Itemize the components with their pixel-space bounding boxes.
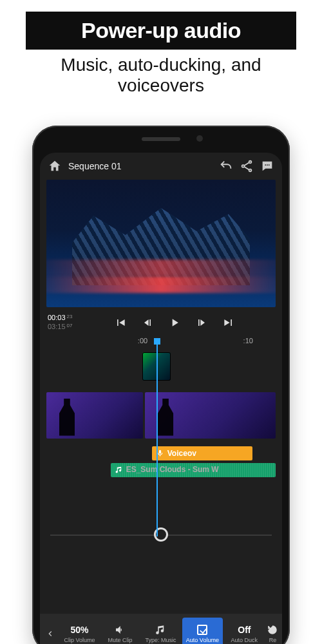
- svg-point-0: [249, 161, 252, 164]
- promo-title: Power-up audio: [26, 12, 296, 50]
- video-track[interactable]: [46, 392, 276, 440]
- video-clip[interactable]: [46, 392, 143, 439]
- share-icon[interactable]: [240, 159, 254, 173]
- svg-point-2: [249, 169, 252, 172]
- svg-point-5: [269, 164, 270, 166]
- video-clip[interactable]: [145, 392, 276, 439]
- phone-frame: Sequence 01 00:0323 03:1507: [32, 126, 290, 644]
- volume-icon: [114, 623, 126, 636]
- music-clip[interactable]: ES_Sum Clouds - Sum W: [111, 463, 276, 477]
- tool-auto-volume[interactable]: Auto Volume: [182, 618, 223, 644]
- reset-icon: [267, 623, 278, 636]
- tool-type-music[interactable]: Type: Music: [140, 614, 181, 644]
- frame-forward-icon[interactable]: [195, 316, 208, 329]
- svg-point-1: [242, 165, 245, 167]
- overlay-track[interactable]: [46, 352, 276, 388]
- tool-mute-clip[interactable]: Mute Clip: [100, 614, 140, 644]
- transport-bar: 00:0323 03:1507: [40, 310, 282, 334]
- timecode: 00:0323 03:1507: [48, 314, 72, 332]
- ruler-tick: :00: [138, 337, 147, 345]
- app-screen: Sequence 01 00:0323 03:1507: [40, 153, 282, 644]
- playhead[interactable]: [156, 339, 158, 536]
- time-ruler[interactable]: :00 :10: [46, 337, 276, 350]
- svg-point-3: [265, 164, 266, 166]
- promo-subtitle: Music, auto-ducking, and voiceovers: [0, 55, 322, 105]
- ruler-tick: :10: [243, 337, 253, 345]
- zoom-scrubber[interactable]: [50, 525, 272, 544]
- undo-icon[interactable]: [219, 159, 233, 173]
- feedback-icon[interactable]: [260, 159, 274, 173]
- voiceover-label: Voiceov: [167, 449, 196, 458]
- phone-camera: [196, 135, 203, 142]
- audio-tracks[interactable]: Voiceov ES_Sum Clouds - Sum W: [46, 446, 276, 480]
- tool-clip-volume[interactable]: 50% Clip Volume: [59, 614, 100, 644]
- home-icon[interactable]: [48, 159, 62, 173]
- music-note-icon: [155, 623, 166, 636]
- video-preview[interactable]: [46, 180, 276, 307]
- svg-point-4: [267, 164, 268, 166]
- voiceover-clip[interactable]: Voiceov: [152, 446, 253, 460]
- check-icon: [197, 625, 207, 635]
- tool-reset[interactable]: Re: [265, 614, 281, 644]
- toolbar-prev[interactable]: [41, 614, 59, 644]
- audio-toolbar: 50% Clip Volume Mute Clip Type: Music Au…: [40, 614, 282, 644]
- skip-start-icon[interactable]: [114, 316, 127, 329]
- app-header: Sequence 01: [40, 153, 282, 178]
- timeline[interactable]: Voiceov ES_Sum Clouds - Sum W: [46, 352, 276, 513]
- music-label: ES_Sum Clouds - Sum W: [126, 466, 219, 474]
- play-icon[interactable]: [168, 316, 181, 329]
- sequence-title: Sequence 01: [68, 161, 122, 171]
- phone-speaker: [142, 137, 180, 141]
- tool-auto-duck[interactable]: Off Auto Duck: [224, 614, 265, 644]
- frame-back-icon[interactable]: [141, 316, 154, 329]
- skip-end-icon[interactable]: [222, 316, 235, 329]
